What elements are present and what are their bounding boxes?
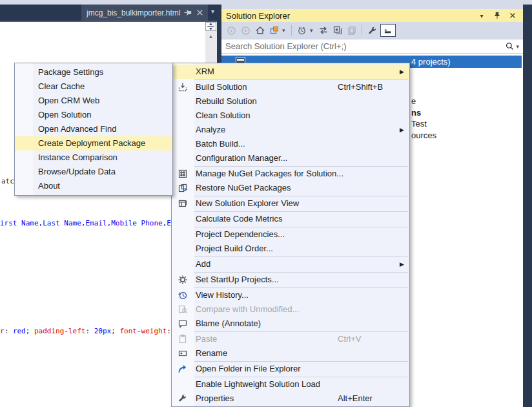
menu-item-label: About (38, 181, 60, 191)
submenu-item-about[interactable]: About (15, 179, 172, 193)
punctuation-token: : (167, 327, 171, 335)
menu-item-label: View History... (196, 290, 249, 300)
menu-item-properties[interactable]: Properties Alt+Enter (172, 391, 409, 406)
toolbar-separator (291, 25, 292, 36)
visual-studio-window: jmcg_bis_bulkimporter.html ▾ atc irst Na… (0, 0, 532, 407)
punctuation-token: ; (111, 327, 119, 335)
xrm-submenu: Package Settings Clear Cache Open CRM We… (14, 63, 173, 196)
solution-explorer-search[interactable]: ▾ (221, 39, 523, 54)
css-value-token: red (13, 327, 26, 335)
menu-item-label: Add (196, 259, 210, 269)
menu-item-label: Properties (196, 393, 234, 403)
menu-item-label: Set StartUp Projects... (196, 275, 279, 284)
tree-item-fragment[interactable]: Test (411, 119, 427, 129)
window-position-chevron-down-icon[interactable]: ▾ (476, 10, 487, 21)
menu-item-batch-build[interactable]: Batch Build... (172, 137, 409, 151)
editor-code-line: atc (1, 177, 14, 185)
pending-changes-filter-icon[interactable] (296, 24, 308, 37)
menu-item-label: Browse/Update Data (38, 167, 116, 176)
menu-item-label: Restore NuGet Packages (196, 183, 291, 193)
submenu-item-package-settings[interactable]: Package Settings (15, 65, 172, 79)
menu-item-label: Project Build Order... (196, 244, 273, 253)
history-clock-icon (178, 290, 188, 300)
submenu-item-open-crm-web[interactable]: Open CRM Web (15, 94, 172, 108)
menu-item-enable-lightweight-solution-load[interactable]: Enable Lightweight Solution Load (172, 377, 409, 391)
menu-item-view-history[interactable]: View History... (172, 288, 409, 302)
menu-item-open-folder-in-file-explorer[interactable]: Open Folder in File Explorer (172, 362, 409, 376)
editor-splitter-handle-icon[interactable] (205, 22, 216, 31)
back-icon[interactable] (225, 24, 238, 37)
panel-title: Solution Explorer (226, 11, 290, 21)
switch-views-chevron-down-icon[interactable]: ▾ (282, 27, 287, 34)
submenu-item-instance-comparison[interactable]: Instance Comparison (15, 151, 172, 165)
toolbar-separator (362, 25, 362, 36)
copy-icon[interactable] (345, 24, 358, 37)
solution-explorer-title-bar[interactable]: Solution Explorer ▾ (221, 9, 523, 22)
editor-code-line: irst Name,Last Name,Email,Mobile Phone,E (0, 219, 171, 227)
punctuation-token: : (85, 327, 94, 335)
submenu-item-open-solution[interactable]: Open Solution (15, 108, 172, 122)
menu-item-manage-nuget-packages[interactable]: Manage NuGet Packages for Solution... (172, 167, 409, 181)
menu-item-new-solution-explorer-view[interactable]: New Solution Explorer View (172, 196, 409, 211)
search-input[interactable] (225, 41, 505, 51)
menu-item-label: Analyze (196, 125, 225, 134)
pin-icon[interactable] (492, 10, 502, 21)
menu-item-project-dependencies[interactable]: Project Dependencies... (172, 227, 409, 242)
submenu-item-create-deployment-package[interactable]: Create Deployment Package (15, 136, 172, 151)
menu-item-configuration-manager[interactable]: Configuration Manager... (172, 151, 409, 165)
menu-item-blame-annotate[interactable]: Blame (Annotate) (172, 317, 409, 331)
menu-item-label: Instance Comparison (38, 152, 118, 162)
filter-chevron-down-icon[interactable]: ▾ (310, 27, 315, 34)
search-icon[interactable] (505, 41, 515, 51)
menu-item-set-startup-projects[interactable]: Set StartUp Projects... (172, 273, 409, 287)
menu-item-clean-solution[interactable]: Clean Solution (172, 109, 409, 123)
menu-item-analyze[interactable]: Analyze ▶ (172, 123, 409, 137)
submenu-item-open-advanced-find[interactable]: Open Advanced Find (15, 122, 172, 136)
rename-icon (178, 348, 188, 359)
search-options-chevron-down-icon[interactable]: ▾ (516, 43, 519, 50)
document-tab[interactable]: jmcg_bis_bulkimporter.html (81, 5, 208, 21)
menu-item-label: Clear Cache (38, 81, 85, 91)
tab-list-chevron-down-icon[interactable]: ▾ (211, 8, 214, 15)
home-icon[interactable] (254, 24, 266, 37)
switch-views-icon[interactable] (268, 24, 280, 37)
menu-item-label: Rename (196, 348, 227, 358)
menu-item-label: Package Settings (38, 67, 103, 77)
wrench-icon (178, 393, 188, 404)
css-property-token: r (0, 327, 5, 335)
editor-code-line: r: red; padding-left: 20px; font-weight: (0, 327, 171, 335)
scrollbar-up-arrow-icon[interactable]: ▲ (205, 34, 216, 39)
preview-selected-items-toggle[interactable] (380, 24, 396, 37)
forward-icon[interactable] (240, 24, 252, 37)
menu-item-rename[interactable]: Rename (172, 346, 409, 360)
pin-icon[interactable] (183, 8, 192, 17)
menu-item-xrm[interactable]: XRM ▶ (172, 65, 409, 79)
menu-item-add[interactable]: Add ▶ (172, 257, 409, 271)
open-folder-arrow-icon (178, 364, 188, 374)
menu-item-rebuild-solution[interactable]: Rebuild Solution (172, 94, 409, 109)
menu-item-label: Create Deployment Package (38, 138, 145, 148)
menu-item-label: Enable Lightweight Solution Load (196, 379, 320, 389)
menu-item-label: Rebuild Solution (196, 96, 257, 106)
collapse-all-icon[interactable] (331, 24, 343, 37)
menu-item-project-build-order[interactable]: Project Build Order... (172, 242, 409, 256)
paste-clipboard-icon (178, 334, 188, 344)
menu-item-label: Calculate Code Metrics (196, 214, 282, 224)
tree-item-fragment[interactable]: ources (411, 130, 436, 140)
menu-item-build-solution[interactable]: Build Solution Ctrl+Shift+B (172, 80, 409, 94)
close-icon[interactable] (195, 8, 205, 17)
menu-item-restore-nuget-packages[interactable]: Restore NuGet Packages (172, 181, 409, 195)
menu-item-label: Open Solution (38, 110, 91, 120)
submenu-item-browse-update-data[interactable]: Browse/Update Data (15, 165, 172, 179)
menu-item-calculate-code-metrics[interactable]: Calculate Code Metrics (172, 212, 409, 226)
nuget-icon (178, 169, 188, 179)
punctuation-token: ; (26, 327, 34, 335)
selected-solution-label-fragment: 4 projects) (411, 57, 451, 67)
tree-item-fragment[interactable]: e (411, 96, 416, 106)
submenu-arrow-icon: ▶ (400, 65, 404, 79)
tree-item-fragment[interactable]: ns (411, 108, 421, 118)
properties-wrench-icon[interactable] (366, 24, 378, 37)
sync-with-active-document-icon[interactable] (317, 24, 329, 37)
close-icon[interactable] (507, 10, 518, 21)
submenu-item-clear-cache[interactable]: Clear Cache (15, 79, 172, 94)
